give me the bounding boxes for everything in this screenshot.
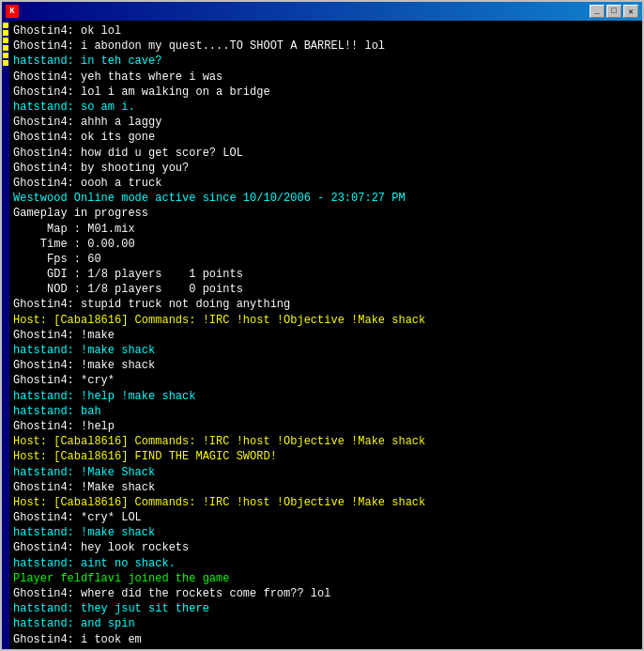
chat-line: Ghostin4: !make shack xyxy=(13,358,638,373)
chat-line: hatstand: and spin xyxy=(13,616,638,631)
chat-line: Ghostin4: where did the rockets come fro… xyxy=(13,586,638,601)
indicator-4 xyxy=(3,45,8,51)
chat-line: hatstand: !help !make shack xyxy=(13,389,638,404)
chat-line: Ghostin4: *cry* xyxy=(13,373,638,388)
indicator-2 xyxy=(3,30,8,36)
chat-line: Ghostin4: i took em xyxy=(13,632,638,647)
chat-line: Ghostin4: !Make shack xyxy=(13,480,638,495)
chat-line: Host: [Cabal8616] Commands: !IRC !host !… xyxy=(13,313,638,328)
chat-line: hatstand: aint no shack. xyxy=(13,556,638,571)
main-window: K _ □ ✕ Ghostin4: how?hatstand: theres n… xyxy=(0,0,644,651)
chat-panel[interactable]: Ghostin4: how?hatstand: theres no ladder… xyxy=(9,21,642,649)
chat-line: hatstand: so am i. xyxy=(13,100,638,115)
chat-line: hatstand: they jsut sit there xyxy=(13,601,638,616)
left-bar xyxy=(2,21,9,649)
chat-line: Ghostin4: ahhh a laggy xyxy=(13,115,638,130)
chat-line: Ghostin4: oooh a truck xyxy=(13,176,638,191)
chat-line: hatstand: !Make Shack xyxy=(13,465,638,480)
chat-line: Ghostin4: stupid truck not doing anythin… xyxy=(13,297,638,312)
chat-line: Host: [Cabal8616] FIND THE MAGIC SWORD! xyxy=(13,449,638,464)
chat-line: hatstand: !make shack xyxy=(13,343,638,358)
chat-line: NOD : 1/8 players 0 points xyxy=(13,282,638,297)
chat-line: Ghostin4: yeh thats where i was xyxy=(13,70,638,85)
title-bar: K _ □ ✕ xyxy=(2,2,642,21)
chat-line: hatstand: in teh cave? xyxy=(13,54,638,69)
minimize-button[interactable]: _ xyxy=(590,5,605,18)
chat-line: Map : M01.mix xyxy=(13,222,638,237)
indicator-1 xyxy=(3,23,8,28)
chat-line: hatstand: !make shack xyxy=(13,525,638,540)
indicator-5 xyxy=(3,53,8,58)
chat-line: Host: [Cabal8616] Commands: !IRC !host !… xyxy=(13,495,638,510)
chat-line: Fps : 60 xyxy=(13,252,638,267)
chat-line: Ghostin4: by shooting you? xyxy=(13,161,638,176)
chat-line: Ghostin4: lol i am walking on a bridge xyxy=(13,85,638,100)
chat-line: Westwood Online mode active since 10/10/… xyxy=(13,191,638,206)
window-icon: K xyxy=(6,5,19,18)
maximize-button[interactable]: □ xyxy=(606,5,621,18)
chat-line: Player feldflavi joined the game xyxy=(13,571,638,586)
indicator-3 xyxy=(3,38,8,43)
chat-line: GDI : 1/8 players 1 points xyxy=(13,267,638,282)
title-buttons: _ □ ✕ xyxy=(590,5,638,18)
chat-line: Host: [Cabal8616] Commands: !IRC !host !… xyxy=(13,434,638,449)
chat-line: Ghostin4: *cry* LOL xyxy=(13,510,638,525)
chat-line: Ghostin4: ok its gone xyxy=(13,130,638,145)
chat-line: hatstand: bah xyxy=(13,404,638,419)
content-area: Ghostin4: how?hatstand: theres no ladder… xyxy=(2,21,642,649)
chat-line: Ghostin4: how did u get score? LOL xyxy=(13,146,638,161)
indicator-6 xyxy=(3,60,8,66)
title-bar-left: K xyxy=(6,5,23,18)
chat-line: Ghostin4: !make xyxy=(13,328,638,343)
chat-line: Ghostin4: ok lol xyxy=(13,23,638,39)
chat-line: Gameplay in progress xyxy=(13,206,638,221)
chat-line: Ghostin4: !help xyxy=(13,419,638,434)
chat-line: Ghostin4: hey look rockets xyxy=(13,540,638,555)
chat-line: Time : 0.00.00 xyxy=(13,237,638,252)
chat-line: Ghostin4: i abondon my quest....TO SHOOT… xyxy=(13,39,638,54)
close-button[interactable]: ✕ xyxy=(623,5,638,18)
